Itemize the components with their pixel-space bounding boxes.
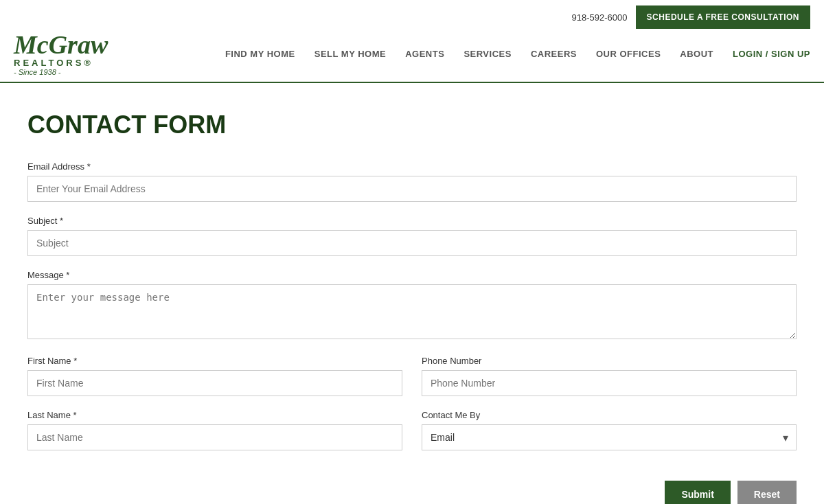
submit-button[interactable]: Submit bbox=[665, 481, 730, 504]
logo-area[interactable]: McGraw REALTORS® - Since 1938 - bbox=[14, 32, 124, 76]
contact-me-group: Contact Me By Email Phone Text bbox=[422, 410, 797, 450]
nav-login-signup[interactable]: LOGIN / SIGN UP bbox=[733, 49, 810, 59]
first-name-group: First Name * bbox=[27, 356, 402, 396]
contact-me-label: Contact Me By bbox=[422, 410, 797, 420]
page-title: CONTACT FORM bbox=[27, 111, 797, 139]
header-top: 918-592-6000 SCHEDULE A FREE CONSULTATIO… bbox=[0, 0, 824, 32]
first-name-input[interactable] bbox=[27, 370, 402, 396]
nav-sell-my-home[interactable]: SELL MY HOME bbox=[314, 49, 386, 59]
nav-our-offices[interactable]: OUR OFFICES bbox=[596, 49, 661, 59]
form-actions: Submit Reset bbox=[27, 481, 797, 504]
email-group: Email Address * bbox=[27, 161, 797, 202]
contact-me-select-wrapper: Email Phone Text bbox=[422, 424, 797, 450]
nav-careers[interactable]: CAREERS bbox=[531, 49, 577, 59]
subject-group: Subject * bbox=[27, 216, 797, 256]
nav-services[interactable]: SERVICES bbox=[464, 49, 512, 59]
message-label: Message * bbox=[27, 270, 797, 280]
contact-me-select[interactable]: Email Phone Text bbox=[422, 424, 797, 450]
subject-input[interactable] bbox=[27, 230, 797, 256]
last-name-group: Last Name * bbox=[27, 410, 402, 450]
message-group: Message * bbox=[27, 270, 797, 342]
phone-input[interactable] bbox=[422, 370, 797, 396]
first-name-label: First Name * bbox=[27, 356, 402, 366]
email-label: Email Address * bbox=[27, 161, 797, 172]
email-input[interactable] bbox=[27, 176, 797, 202]
subject-label: Subject * bbox=[27, 216, 797, 226]
nav-about[interactable]: ABOUT bbox=[680, 49, 713, 59]
reset-button[interactable]: Reset bbox=[737, 481, 797, 504]
contact-form: Email Address * Subject * Message * Firs… bbox=[27, 161, 797, 504]
schedule-btn[interactable]: SCHEDULE A FREE CONSULTATION bbox=[636, 5, 810, 29]
name-phone-row: First Name * Phone Number bbox=[27, 356, 797, 410]
phone-number: 918-592-6000 bbox=[572, 12, 628, 23]
header-logo-nav: McGraw REALTORS® - Since 1938 - FIND MY … bbox=[0, 32, 824, 83]
lastname-contact-row: Last Name * Contact Me By Email Phone Te… bbox=[27, 410, 797, 464]
logo-mcgraw: McGraw bbox=[14, 32, 108, 58]
last-name-label: Last Name * bbox=[27, 410, 402, 420]
nav-agents[interactable]: AGENTS bbox=[405, 49, 444, 59]
logo-realtors: REALTORS® bbox=[14, 58, 93, 68]
main-nav: FIND MY HOME SELL MY HOME AGENTS SERVICE… bbox=[225, 49, 810, 59]
message-textarea[interactable] bbox=[27, 284, 797, 339]
logo-since: - Since 1938 - bbox=[14, 68, 60, 76]
main-content: CONTACT FORM Email Address * Subject * M… bbox=[14, 83, 810, 504]
last-name-input[interactable] bbox=[27, 424, 402, 450]
phone-group: Phone Number bbox=[422, 356, 797, 396]
phone-label: Phone Number bbox=[422, 356, 797, 366]
nav-find-my-home[interactable]: FIND MY HOME bbox=[225, 49, 295, 59]
